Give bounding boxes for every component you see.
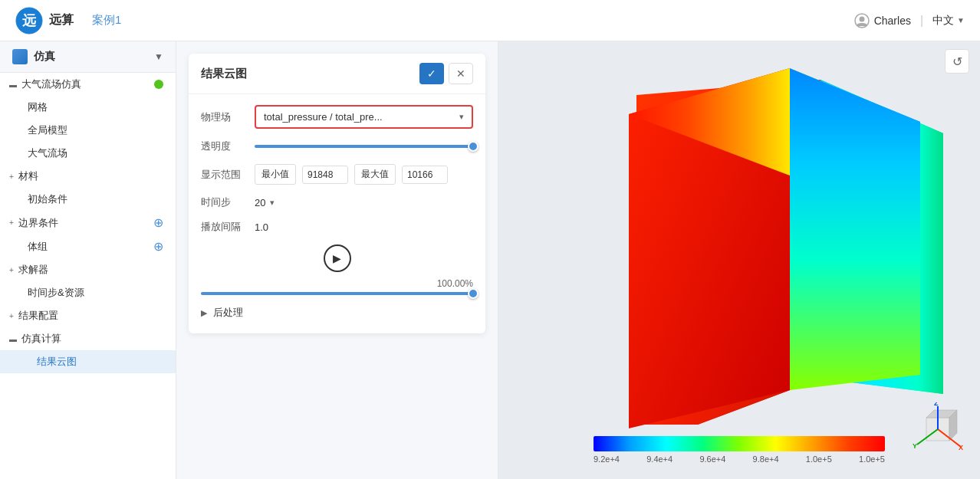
language-selector[interactable]: 中文 ▼ bbox=[932, 14, 965, 28]
sidebar-item-init-cond[interactable]: 初始条件 bbox=[0, 188, 176, 211]
materials-label: 材料 bbox=[18, 169, 38, 183]
panel-body: 物理场 total_pressure / total_pre... ▾ 透明度 bbox=[189, 94, 485, 333]
transparency-fill bbox=[255, 145, 473, 148]
transparency-thumb[interactable] bbox=[468, 141, 478, 152]
init-cond-label: 初始条件 bbox=[28, 192, 67, 206]
user-avatar-icon bbox=[854, 13, 870, 28]
expand-icon-sim-calc: ▬ bbox=[9, 335, 17, 343]
play-button[interactable]: ▶ bbox=[324, 244, 351, 272]
sidebar-item-sim-calc[interactable]: ▬ 仿真计算 bbox=[0, 327, 176, 350]
sidebar-item-result-config[interactable]: + 结果配置 bbox=[0, 304, 176, 327]
boundary-label: 边界条件 bbox=[18, 216, 58, 230]
timestep-label: 时间步&资源 bbox=[28, 286, 84, 300]
sidebar-collapse-arrow[interactable]: ▼ bbox=[154, 51, 163, 62]
sidebar-item-grid[interactable]: 网格 bbox=[0, 96, 176, 119]
panel-header: 结果云图 ✓ ✕ bbox=[189, 54, 485, 94]
sidebar-header-left: 仿真 bbox=[12, 49, 55, 64]
timestep-label-field: 时间步 bbox=[201, 195, 255, 209]
user-name: Charles bbox=[874, 15, 911, 27]
physical-field-label: 物理场 bbox=[201, 110, 255, 124]
panel-title: 结果云图 bbox=[201, 67, 247, 81]
physical-field-value: total_pressure / total_pre... bbox=[264, 111, 383, 123]
transparency-label: 透明度 bbox=[201, 139, 255, 153]
interval-value: 1.0 bbox=[255, 221, 268, 233]
colorbar-label-4: 1.0e+5 bbox=[806, 454, 832, 464]
display-range-control: 最小值 最大值 bbox=[255, 164, 473, 185]
timestep-select[interactable]: 20 ▾ bbox=[255, 197, 473, 208]
max-value-input[interactable] bbox=[402, 166, 448, 184]
min-value-input[interactable] bbox=[302, 166, 348, 184]
grid-label: 网格 bbox=[28, 100, 48, 114]
transparency-track bbox=[255, 145, 473, 148]
main-layout: 仿真 ▼ ▬ 大气流场仿真 网格 全局模型 大气流场 + 材料 初始条件 + 边… bbox=[0, 41, 980, 479]
case-name: 案例1 bbox=[92, 13, 121, 28]
post-process-arrow: ▶ bbox=[201, 308, 207, 318]
post-process-row[interactable]: ▶ 后处理 bbox=[201, 303, 473, 323]
colorbar-label-5: 1.0e+5 bbox=[859, 454, 885, 464]
svg-text:X: X bbox=[959, 444, 963, 451]
expand-icon-materials: + bbox=[9, 172, 14, 181]
interval-row: 播放间隔 1.0 bbox=[201, 220, 473, 234]
sidebar-item-atm-sim[interactable]: ▬ 大气流场仿真 bbox=[0, 73, 176, 96]
colorbar-label-0: 9.2e+4 bbox=[594, 454, 620, 464]
panel-close-button[interactable]: ✕ bbox=[449, 63, 473, 84]
boundary-add-icon[interactable]: ⊕ bbox=[153, 215, 163, 230]
expand-icon-boundary: + bbox=[9, 218, 14, 227]
interval-control: 1.0 bbox=[255, 220, 473, 234]
results-panel: 结果云图 ✓ ✕ 物理场 total_pressure / tot bbox=[189, 54, 485, 333]
timestep-value: 20 bbox=[255, 197, 265, 208]
expand-icon-atm: ▬ bbox=[9, 80, 17, 89]
status-dot-atm bbox=[154, 80, 163, 89]
colorbar-labels: 9.2e+4 9.4e+4 9.6e+4 9.8e+4 1.0e+5 1.0e+… bbox=[594, 454, 885, 464]
sidebar: 仿真 ▼ ▬ 大气流场仿真 网格 全局模型 大气流场 + 材料 初始条件 + 边… bbox=[0, 41, 176, 479]
max-label-btn[interactable]: 最大值 bbox=[354, 164, 396, 185]
sidebar-item-atm-field[interactable]: 大气流场 bbox=[0, 142, 176, 165]
physical-field-row: 物理场 total_pressure / total_pre... ▾ bbox=[201, 105, 473, 129]
sidebar-item-timestep[interactable]: 时间步&资源 bbox=[0, 281, 176, 304]
body-add-icon[interactable]: ⊕ bbox=[153, 239, 163, 254]
progress-fill bbox=[201, 292, 473, 295]
header: 远 远算 案例1 Charles | 中文 ▼ bbox=[0, 0, 980, 41]
interval-label: 播放间隔 bbox=[201, 220, 255, 234]
solver-label: 求解器 bbox=[18, 263, 48, 277]
svg-text:Z: Z bbox=[934, 402, 939, 407]
sidebar-item-global-model[interactable]: 全局模型 bbox=[0, 119, 176, 142]
progress-track bbox=[201, 292, 473, 295]
play-row: ▶ bbox=[201, 244, 473, 272]
sidebar-item-body[interactable]: 体组 ⊕ bbox=[0, 235, 176, 258]
expand-icon-result-config: + bbox=[9, 312, 14, 320]
sidebar-item-result-cloud[interactable]: 结果云图 bbox=[0, 350, 176, 373]
sidebar-item-solver[interactable]: + 求解器 bbox=[0, 258, 176, 281]
user-info[interactable]: Charles bbox=[854, 13, 911, 28]
physical-field-select[interactable]: total_pressure / total_pre... ▾ bbox=[255, 105, 473, 129]
viewport: ↺ bbox=[498, 41, 980, 479]
logo-area: 远 远算 案例1 bbox=[15, 7, 121, 34]
svg-text:远: 远 bbox=[22, 13, 37, 28]
transparency-row: 透明度 bbox=[201, 139, 473, 153]
atm-sim-label: 大气流场仿真 bbox=[21, 77, 81, 91]
sidebar-item-materials[interactable]: + 材料 bbox=[0, 165, 176, 188]
svg-text:Y: Y bbox=[913, 442, 917, 450]
result-config-label: 结果配置 bbox=[18, 309, 58, 323]
axes-widget: X Y Z bbox=[911, 402, 965, 456]
body-label: 体组 bbox=[28, 240, 48, 254]
field-dropdown-arrow: ▾ bbox=[459, 112, 464, 122]
header-right: Charles | 中文 ▼ bbox=[854, 13, 965, 28]
physical-field-control: total_pressure / total_pre... ▾ bbox=[255, 105, 473, 129]
colorbar-label-1: 9.4e+4 bbox=[646, 454, 673, 464]
panel-area: 结果云图 ✓ ✕ 物理场 total_pressure / tot bbox=[176, 41, 498, 479]
expand-icon-solver: + bbox=[9, 266, 14, 274]
svg-point-3 bbox=[859, 16, 864, 21]
min-label-btn[interactable]: 最小值 bbox=[255, 164, 296, 185]
display-range-row: 显示范围 最小值 最大值 bbox=[201, 164, 473, 185]
sim-calc-label: 仿真计算 bbox=[21, 332, 61, 346]
play-icon: ▶ bbox=[333, 252, 341, 264]
progress-thumb[interactable] bbox=[468, 288, 478, 299]
panel-confirm-button[interactable]: ✓ bbox=[419, 63, 444, 84]
result-cloud-label: 结果云图 bbox=[37, 355, 77, 369]
app-name: 远算 bbox=[49, 12, 74, 28]
transparency-slider-container bbox=[255, 145, 473, 148]
atm-field-label: 大气流场 bbox=[28, 146, 67, 160]
sidebar-item-boundary[interactable]: + 边界条件 ⊕ bbox=[0, 211, 176, 235]
timestep-control: 20 ▾ bbox=[255, 197, 473, 208]
